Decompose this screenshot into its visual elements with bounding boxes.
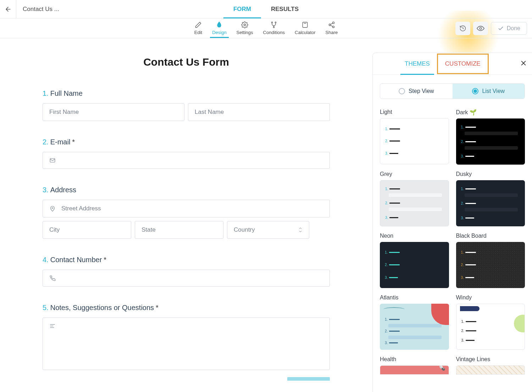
svg-point-0 bbox=[244, 24, 246, 26]
svg-rect-4 bbox=[303, 22, 307, 28]
theme-light[interactable]: Light 1. 2. 3. bbox=[380, 109, 449, 165]
svg-point-2 bbox=[275, 22, 276, 23]
tool-share[interactable]: Share bbox=[321, 21, 343, 35]
theme-dark[interactable]: Dark 🌱 1. 2. 3. bbox=[456, 109, 525, 165]
svg-point-12 bbox=[332, 22, 334, 24]
theme-preview: 1. 2. 3. bbox=[380, 180, 449, 226]
history-icon bbox=[459, 25, 466, 32]
state-input[interactable] bbox=[135, 221, 223, 239]
view-option-list[interactable]: List View bbox=[453, 84, 525, 99]
theme-preview: 1. 2. 3. bbox=[456, 180, 525, 226]
question-number: 3. bbox=[43, 186, 49, 194]
field-notes: 5. Notes, Suggestions or Questions * bbox=[43, 304, 330, 370]
chevron-updown-icon bbox=[298, 227, 303, 233]
theme-neon[interactable]: Neon 1. 2. 3. bbox=[380, 233, 449, 288]
tool-design[interactable]: Design bbox=[207, 21, 231, 35]
theme-health[interactable]: Health bbox=[380, 356, 449, 375]
tool-conditions[interactable]: Conditions bbox=[258, 21, 290, 35]
theme-blackboard[interactable]: Black Board 1. 2. 3. bbox=[456, 233, 525, 288]
svg-point-3 bbox=[273, 27, 275, 28]
radio-icon bbox=[399, 88, 405, 94]
svg-point-17 bbox=[480, 27, 482, 29]
preview-button[interactable] bbox=[473, 22, 488, 35]
view-label: Step View bbox=[409, 88, 434, 94]
close-icon bbox=[520, 60, 527, 67]
pin-icon bbox=[49, 205, 56, 212]
view-label: List View bbox=[482, 88, 505, 94]
history-button[interactable] bbox=[455, 22, 470, 35]
phone-icon bbox=[49, 275, 56, 281]
required-mark: * bbox=[156, 304, 159, 312]
view-option-step[interactable]: Step View bbox=[380, 84, 453, 99]
svg-line-16 bbox=[331, 25, 333, 26]
question-label: E-mail bbox=[50, 138, 71, 146]
field-email: 2. E-mail * bbox=[43, 138, 330, 169]
tool-label: Conditions bbox=[263, 30, 285, 35]
gear-icon bbox=[241, 21, 248, 28]
tool-calculator[interactable]: Calculator bbox=[290, 21, 321, 35]
panel-tab-themes[interactable]: THEMES bbox=[398, 53, 437, 75]
branch-icon bbox=[270, 21, 277, 28]
country-placeholder: Country bbox=[234, 226, 255, 233]
document-title[interactable]: Contact Us ... bbox=[16, 6, 66, 13]
question-number: 2. bbox=[43, 138, 49, 146]
submit-button[interactable] bbox=[287, 377, 330, 381]
theme-grey[interactable]: Grey 1. 2. 3. bbox=[380, 171, 449, 226]
theme-preview: 1. 2. 3. bbox=[456, 118, 525, 165]
tool-label: Design bbox=[212, 30, 226, 35]
eye-icon bbox=[477, 24, 484, 32]
svg-rect-18 bbox=[50, 159, 55, 162]
question-number: 1. bbox=[43, 89, 49, 98]
text-align-icon bbox=[49, 323, 56, 329]
field-contact-number: 4. Contact Number * bbox=[43, 256, 330, 287]
theme-vintage[interactable]: Vintage Lines bbox=[456, 356, 525, 375]
pencil-icon bbox=[195, 21, 202, 28]
theme-preview: 1. 2. 3. bbox=[380, 304, 449, 350]
tool-settings[interactable]: Settings bbox=[232, 21, 258, 35]
question-number: 4. bbox=[43, 256, 49, 264]
theme-preview: 1. 2. 3. bbox=[380, 118, 449, 164]
done-button[interactable]: Done bbox=[491, 22, 527, 35]
mail-icon bbox=[49, 157, 56, 164]
question-label: Contact Number bbox=[50, 256, 102, 264]
tool-label: Calculator bbox=[295, 30, 316, 35]
back-button[interactable] bbox=[0, 0, 16, 18]
done-label: Done bbox=[507, 25, 520, 32]
theme-preview bbox=[456, 365, 525, 375]
country-select[interactable]: Country bbox=[227, 221, 309, 239]
drop-icon bbox=[216, 21, 223, 28]
tab-results[interactable]: RESULTS bbox=[261, 0, 309, 18]
field-fullname: 1. Full Name bbox=[43, 89, 330, 121]
theme-atlantis[interactable]: Atlantis 1. 2. 3. bbox=[380, 294, 449, 350]
form-title: Contact Us Form bbox=[43, 56, 330, 68]
radio-icon bbox=[472, 88, 478, 94]
question-label: Notes, Suggestions or Questions bbox=[50, 304, 154, 312]
street-input[interactable]: Street Address bbox=[43, 200, 330, 217]
city-input[interactable] bbox=[43, 221, 131, 239]
theme-preview: 1. 2. 3. bbox=[380, 242, 449, 288]
svg-point-19 bbox=[52, 208, 53, 209]
notes-textarea[interactable] bbox=[43, 318, 330, 370]
arrow-left-icon bbox=[5, 6, 12, 13]
svg-point-1 bbox=[272, 22, 273, 23]
svg-line-15 bbox=[331, 23, 333, 24]
check-icon bbox=[498, 25, 504, 32]
required-mark: * bbox=[104, 256, 106, 264]
tool-edit[interactable]: Edit bbox=[189, 21, 207, 35]
theme-preview: 1. 2. 3. bbox=[456, 304, 525, 350]
tool-label: Share bbox=[326, 30, 338, 35]
theme-dusky[interactable]: Dusky 1. 2. 3. bbox=[456, 171, 525, 226]
panel-tab-customize[interactable]: CUSTOMIZE bbox=[437, 54, 489, 74]
theme-windy[interactable]: Windy 1. 2. 3. bbox=[456, 294, 525, 350]
email-input[interactable] bbox=[43, 152, 330, 169]
last-name-input[interactable] bbox=[188, 103, 330, 121]
tab-form[interactable]: FORM bbox=[223, 0, 261, 18]
tool-label: Settings bbox=[237, 30, 253, 35]
theme-preview: 1. 2. 3. bbox=[456, 242, 525, 288]
street-placeholder: Street Address bbox=[61, 205, 101, 212]
panel-close-button[interactable] bbox=[520, 60, 527, 68]
field-address: 3. Address Street Address Country bbox=[43, 186, 330, 239]
first-name-input[interactable] bbox=[43, 103, 184, 121]
phone-input[interactable] bbox=[43, 270, 330, 287]
question-label: Full Name bbox=[50, 89, 83, 98]
